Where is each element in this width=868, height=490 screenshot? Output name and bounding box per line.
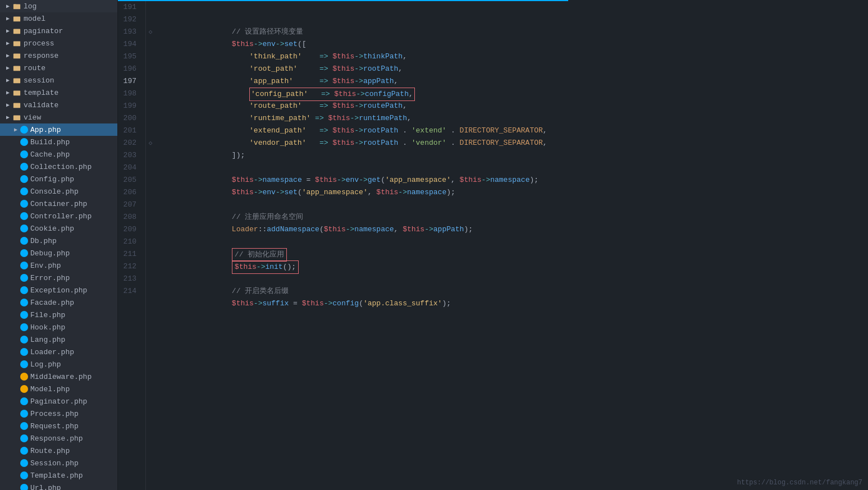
sidebar-item-label: Log.php — [30, 360, 61, 369]
sidebar-item-label: session — [24, 76, 54, 85]
line-numbers: 191 192 193 194 195 196 197 198 199 200 … — [118, 1, 146, 490]
sidebar-item-template[interactable]: ▶ template — [0, 86, 117, 99]
arrow-icon: ▶ — [4, 65, 11, 71]
arrow-icon: ▶ — [4, 52, 11, 59]
fold-202[interactable]: ◇ — [146, 137, 155, 149]
line-num-197: 197 — [118, 75, 141, 88]
sidebar-item-log[interactable]: ▶ log — [0, 0, 117, 12]
fold-208 — [146, 211, 155, 223]
sidebar-item-paginator-php[interactable]: ▶ Paginator.php — [0, 395, 117, 407]
sidebar-item-label: Hook.php — [30, 323, 65, 332]
code-editor[interactable]: 191 192 193 194 195 196 197 198 199 200 … — [118, 0, 868, 490]
php-file-icon — [20, 447, 28, 455]
sidebar-item-build-php[interactable]: ▶ Build.php — [0, 136, 117, 148]
sidebar-item-middleware-php[interactable]: ▶ Middleware.php — [0, 370, 117, 383]
sidebar-item-template-php[interactable]: ▶ Template.php — [0, 469, 117, 482]
sidebar-item-model[interactable]: ▶ model — [0, 12, 117, 25]
sidebar-item-route[interactable]: ▶ route — [0, 62, 117, 74]
svg-rect-7 — [13, 79, 20, 84]
php-file-icon — [20, 434, 28, 442]
fold-193[interactable]: ◇ — [146, 26, 155, 38]
line-num-204: 204 — [118, 162, 141, 174]
php-file-icon — [20, 138, 28, 146]
sidebar-item-hook-php[interactable]: ▶ Hook.php — [0, 321, 117, 333]
sidebar-item-facade-php[interactable]: ▶ Facade.php — [0, 296, 117, 309]
svg-rect-3 — [13, 29, 20, 34]
sidebar-item-request-php[interactable]: ▶ Request.php — [0, 420, 117, 432]
sidebar-item-cookie-php[interactable]: ▶ Cookie.php — [0, 222, 117, 235]
sidebar-item-label: view — [24, 113, 41, 122]
fold-196 — [146, 63, 155, 75]
php-file-icon — [20, 286, 28, 294]
php-file-icon — [20, 311, 28, 319]
php-file-icon — [20, 126, 28, 134]
sidebar-item-session-php[interactable]: ▶ Session.php — [0, 457, 117, 469]
sidebar-item-controller-php[interactable]: ▶ Controller.php — [0, 210, 117, 222]
sidebar-item-label: File.php — [30, 311, 65, 319]
sidebar-item-config-php[interactable]: ▶ Config.php — [0, 173, 117, 185]
fold-192 — [146, 13, 155, 26]
line-num-191: 191 — [118, 1, 141, 13]
sidebar-item-file-php[interactable]: ▶ File.php — [0, 309, 117, 321]
arrow-icon: ▶ — [4, 77, 11, 84]
sidebar-item-collection-php[interactable]: ▶ Collection.php — [0, 161, 117, 173]
file-tree[interactable]: ▶ log ▶ model ▶ paginator ▶ process ▶ re… — [0, 0, 118, 490]
sidebar-item-label: process — [24, 39, 54, 48]
sidebar-item-label: Db.php — [30, 237, 57, 245]
sidebar-item-log-php[interactable]: ▶ Log.php — [0, 358, 117, 370]
line-num-211: 211 — [118, 248, 141, 260]
php-file-icon — [20, 212, 28, 220]
sidebar-item-model-php[interactable]: ▶ Model.php — [0, 383, 117, 395]
sidebar-item-validate[interactable]: ▶ validate — [0, 99, 117, 111]
php-file-icon — [20, 163, 28, 171]
sidebar-item-label: response — [24, 52, 58, 60]
php-file-icon — [20, 397, 28, 405]
sidebar-item-label: Env.php — [30, 262, 61, 270]
sidebar-item-debug-php[interactable]: ▶ Debug.php — [0, 247, 117, 259]
sidebar-item-paginator[interactable]: ▶ paginator — [0, 25, 117, 37]
sidebar-item-container-php[interactable]: ▶ Container.php — [0, 198, 117, 210]
folder-icon — [12, 14, 21, 23]
php-file-icon — [20, 175, 28, 183]
sidebar-item-label: Cache.php — [30, 150, 70, 159]
sidebar-item-process[interactable]: ▶ process — [0, 37, 117, 49]
sidebar-item-lang-php[interactable]: ▶ Lang.php — [0, 333, 117, 346]
arrow-icon: ▶ — [4, 40, 11, 47]
sidebar-item-view[interactable]: ▶ view — [0, 111, 117, 123]
sidebar-item-console-php[interactable]: ▶ Console.php — [0, 185, 117, 198]
sidebar-item-process-php[interactable]: ▶ Process.php — [0, 407, 117, 420]
php-file-icon — [20, 471, 28, 479]
sidebar-item-label: Lang.php — [30, 336, 65, 344]
line-num-193: 193 — [118, 26, 141, 38]
fold-191 — [146, 1, 155, 13]
fold-199 — [146, 100, 155, 112]
sidebar-item-label: Request.php — [30, 422, 79, 431]
fold-209 — [146, 223, 155, 236]
php-file-icon — [20, 299, 28, 306]
sidebar-item-env-php[interactable]: ▶ Env.php — [0, 259, 117, 272]
sidebar-item-label: Url.php — [30, 484, 61, 491]
sidebar-item-response-php[interactable]: ▶ Response.php — [0, 432, 117, 445]
sidebar-item-app-php[interactable]: ▶ App.php — [0, 123, 117, 136]
sidebar-item-db-php[interactable]: ▶ Db.php — [0, 235, 117, 247]
sidebar-item-exception-php[interactable]: ▶ Exception.php — [0, 284, 117, 296]
arrow-icon: ▶ — [4, 3, 11, 10]
sidebar-item-label: route — [24, 64, 45, 72]
sidebar-item-label: Controller.php — [30, 212, 92, 221]
sidebar-item-error-php[interactable]: ▶ Error.php — [0, 272, 117, 284]
sidebar-item-session[interactable]: ▶ session — [0, 74, 117, 86]
sidebar-item-response[interactable]: ▶ response — [0, 49, 117, 62]
fold-205 — [146, 174, 155, 186]
sidebar-item-label: validate — [24, 101, 58, 109]
code-content[interactable]: // 设置路径环境变量 $this->env->set([ 'think_pat… — [155, 1, 868, 490]
sidebar-item-cache-php[interactable]: ▶ Cache.php — [0, 148, 117, 161]
sidebar-item-route-php[interactable]: ▶ Route.php — [0, 445, 117, 457]
sidebar-item-loader-php[interactable]: ▶ Loader.php — [0, 346, 117, 358]
sidebar-item-label: Debug.php — [30, 249, 70, 258]
sidebar-item-label: Collection.php — [30, 163, 92, 171]
fold-206 — [146, 186, 155, 199]
arrow-icon: ▶ — [4, 102, 11, 108]
sidebar-item-url-php[interactable]: ▶ Url.php — [0, 482, 117, 490]
php-file-icon — [20, 484, 28, 490]
sidebar-item-label: Process.php — [30, 410, 79, 418]
